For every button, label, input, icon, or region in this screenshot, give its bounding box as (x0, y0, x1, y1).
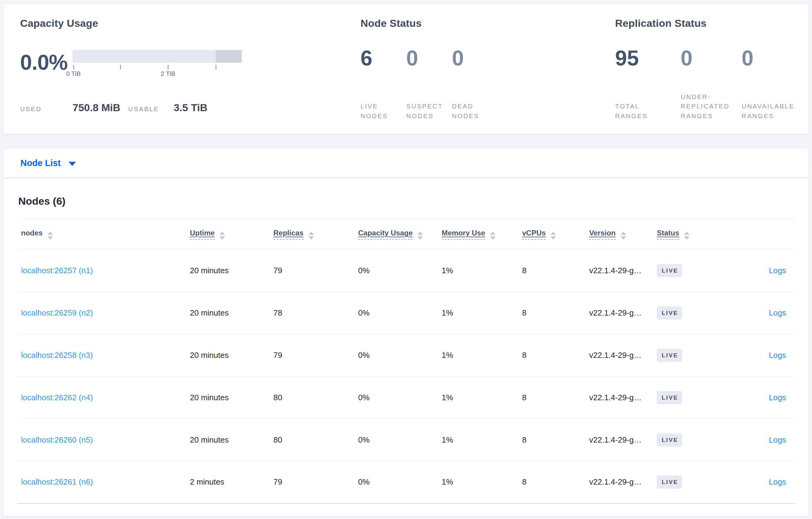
replicas-cell: 78 (270, 292, 354, 334)
table-row: localhost:26258 (n3) 20 minutes 79 0% 1%… (18, 334, 795, 376)
node-link[interactable]: localhost:26259 (n2) (21, 308, 93, 317)
cluster-overview-page: Capacity Usage 0.0% 0 TiB 2 TiB (0, 4, 812, 516)
logs-link[interactable]: Logs (769, 350, 786, 360)
column-header-memory-use[interactable]: Memory Use (438, 219, 519, 249)
total-ranges-value: 95 (615, 48, 672, 69)
dead-nodes-label: DEAD NODES (452, 101, 492, 121)
logs-link[interactable]: Logs (769, 477, 786, 486)
column-header-status[interactable]: Status (653, 219, 732, 249)
node-status-title: Node Status (360, 18, 615, 29)
node-list-dropdown[interactable]: Node List (21, 158, 61, 168)
column-header-uptime[interactable]: Uptime (186, 219, 270, 249)
status-badge: LIVE (657, 433, 682, 447)
dead-nodes-stat: 0 DEAD NODES (452, 48, 501, 121)
suspect-nodes-value: 0 (406, 48, 443, 69)
sort-icon[interactable] (490, 232, 496, 240)
vcpus-cell: 8 (519, 334, 585, 376)
capacity-bar (72, 50, 242, 63)
vcpus-cell: 8 (519, 419, 585, 461)
total-ranges-label: TOTAL RANGES (615, 101, 672, 121)
logs-link[interactable]: Logs (769, 435, 786, 445)
nodes-table-card: Nodes (6) nodes Uptime Replicas (3, 178, 809, 516)
table-row: localhost:26261 (n6) 2 minutes 79 0% 1% … (18, 461, 795, 503)
capacity-used-percent: 0.0% (20, 52, 72, 78)
capacity-usage-cell: 0% (354, 461, 438, 503)
cluster-summary-panel: Capacity Usage 0.0% 0 TiB 2 TiB (3, 4, 809, 134)
capacity-axis-labels: 0 TiB 2 TiB (72, 69, 242, 78)
table-row: localhost:26260 (n5) 20 minutes 80 0% 1%… (18, 419, 795, 461)
node-list-dropdown-bar[interactable]: Node List (3, 148, 809, 178)
replicas-cell: 80 (270, 376, 354, 419)
vcpus-cell: 8 (519, 249, 585, 292)
version-cell: v22.1.4-29-g… (585, 334, 653, 376)
unavailable-ranges-value: 0 (742, 48, 800, 69)
column-header-vcpus[interactable]: vCPUs (519, 219, 585, 249)
node-link[interactable]: localhost:26260 (n5) (21, 435, 93, 445)
table-header-row: nodes Uptime Replicas Capacity Usage Mem… (18, 219, 795, 249)
logs-link[interactable]: Logs (769, 393, 786, 402)
version-cell: v22.1.4-29-g… (585, 376, 653, 419)
capacity-usage-cell: 0% (354, 334, 438, 376)
chevron-down-icon[interactable] (68, 162, 76, 166)
node-link[interactable]: localhost:26261 (n6) (21, 477, 93, 486)
suspect-nodes-label: SUSPECT NODES (406, 101, 443, 121)
live-nodes-value: 6 (360, 48, 398, 69)
nodes-table: nodes Uptime Replicas Capacity Usage Mem… (18, 219, 795, 504)
column-header-nodes[interactable]: nodes (18, 219, 186, 249)
sort-icon[interactable] (417, 232, 423, 240)
axis-tick-label: 0 TiB (66, 70, 81, 78)
sort-icon[interactable] (620, 232, 626, 240)
node-link[interactable]: localhost:26257 (n1) (21, 266, 93, 275)
logs-link[interactable]: Logs (769, 266, 786, 275)
capacity-stats: USED 750.8 MiB USABLE 3.5 TiB (20, 102, 360, 114)
under-replicated-ranges-label: UNDER-REPLICATED RANGES (680, 92, 733, 121)
live-nodes-stat: 6 LIVE NODES (360, 48, 406, 121)
node-link[interactable]: localhost:26258 (n3) (21, 350, 93, 360)
vcpus-cell: 8 (519, 292, 585, 334)
capacity-bar-reserved-segment (216, 50, 242, 63)
status-badge: LIVE (657, 476, 682, 489)
total-ranges-stat: 95 TOTAL RANGES (615, 48, 680, 121)
replicas-cell: 79 (270, 334, 354, 376)
node-status-stats: 6 LIVE NODES 0 SUSPECT NODES 0 DEAD NODE… (360, 48, 615, 121)
sort-icon[interactable] (220, 232, 225, 240)
suspect-nodes-stat: 0 SUSPECT NODES (406, 48, 452, 121)
logs-link[interactable]: Logs (769, 308, 786, 317)
uptime-cell: 20 minutes (186, 292, 270, 334)
sort-icon[interactable] (684, 232, 690, 240)
capacity-bar-chart: 0 TiB 2 TiB (72, 50, 242, 78)
sort-icon[interactable] (309, 232, 314, 240)
capacity-usage-cell: 0% (354, 376, 438, 419)
used-label: USED (20, 105, 72, 113)
sort-icon[interactable] (550, 232, 556, 240)
axis-tick (215, 65, 216, 69)
uptime-cell: 20 minutes (186, 419, 270, 461)
used-value: 750.8 MiB (72, 102, 120, 114)
capacity-usage-section: Capacity Usage 0.0% 0 TiB 2 TiB (20, 18, 360, 134)
column-header-capacity-usage[interactable]: Capacity Usage (354, 219, 438, 249)
node-link[interactable]: localhost:26262 (n4) (21, 393, 93, 402)
version-cell: v22.1.4-29-g… (585, 419, 653, 461)
vcpus-cell: 8 (519, 376, 585, 419)
axis-tick-label: 2 TiB (161, 70, 175, 78)
memory-use-cell: 1% (438, 249, 519, 292)
replicas-cell: 80 (270, 419, 354, 461)
uptime-cell: 2 minutes (186, 461, 270, 503)
memory-use-cell: 1% (438, 376, 519, 419)
column-header-version[interactable]: Version (585, 219, 653, 249)
status-badge: LIVE (657, 306, 682, 319)
status-badge: LIVE (657, 264, 682, 277)
usable-label: USABLE (128, 105, 159, 113)
table-row: localhost:26259 (n2) 20 minutes 78 0% 1%… (18, 292, 795, 334)
status-badge: LIVE (657, 349, 682, 362)
uptime-cell: 20 minutes (186, 334, 270, 376)
capacity-axis-ticks (72, 63, 242, 69)
sort-icon[interactable] (48, 232, 53, 240)
memory-use-cell: 1% (438, 419, 519, 461)
memory-use-cell: 1% (438, 292, 519, 334)
replicas-cell: 79 (270, 249, 354, 292)
node-status-section: Node Status 6 LIVE NODES 0 SUSPECT NODES… (360, 18, 615, 134)
column-header-replicas[interactable]: Replicas (270, 219, 354, 249)
axis-tick (168, 65, 169, 69)
uptime-cell: 20 minutes (186, 376, 270, 419)
